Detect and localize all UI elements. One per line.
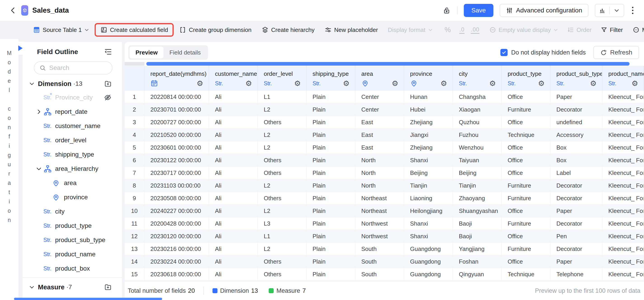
search-box[interactable] xyxy=(34,61,112,74)
refresh-button[interactable]: Refresh xyxy=(594,46,639,59)
column-header-customer-name: customer_nameStr.⚙ xyxy=(209,66,258,91)
table-cell: Guangdong xyxy=(404,255,453,268)
add-folder-icon[interactable] xyxy=(104,283,112,291)
table-cell: Zhaoyang xyxy=(453,192,502,204)
gear-icon[interactable]: ⚙ xyxy=(631,80,638,87)
field-item-product_type[interactable]: Str.product_type xyxy=(22,219,122,233)
gear-icon[interactable]: ⚙ xyxy=(245,80,252,87)
row-number-header xyxy=(125,66,144,91)
gear-icon[interactable]: ⚙ xyxy=(489,80,496,87)
empty-value-display-dropdown[interactable]: Empty value display xyxy=(489,27,558,34)
page-horizontal-scrollbar-thumb[interactable] xyxy=(14,298,162,300)
tab-field-details[interactable]: Field details xyxy=(164,47,206,58)
table-cell: Changsha xyxy=(453,91,502,103)
field-item-order_level[interactable]: Str.order_level xyxy=(22,133,122,147)
hide-hidden-fields-checkbox[interactable]: Do not display hidden fields xyxy=(500,49,586,56)
gear-icon[interactable]: ⚙ xyxy=(590,80,596,87)
field-item-shipping_type[interactable]: Str.shipping_type xyxy=(22,147,122,162)
expand-panel-button[interactable] xyxy=(14,42,26,55)
table-cell: Northeast xyxy=(356,192,404,204)
gear-icon[interactable]: ⚙ xyxy=(392,80,398,87)
field-item-product_sub_type[interactable]: Str.product_sub_type xyxy=(22,233,122,247)
measure-count: ·7 xyxy=(66,283,72,291)
table-cell: Kleencut_ For xyxy=(602,179,644,192)
chevron-down-icon[interactable] xyxy=(29,81,35,87)
column-header-area: area⚙ xyxy=(356,66,404,91)
source-table-selector[interactable]: Source Table 1 xyxy=(33,26,89,34)
table-cell: Box xyxy=(550,141,602,154)
table-cell: Others xyxy=(258,268,307,280)
column-header-product-sub-type: product_sub_typeStr.⚙ xyxy=(550,66,602,91)
chevron-down-icon[interactable] xyxy=(610,4,624,17)
more-button[interactable]: More xyxy=(633,27,644,34)
order-button[interactable]: Order xyxy=(567,27,592,34)
gear-icon[interactable]: ⚙ xyxy=(440,80,447,87)
top-bar: Sales_data Save Advanced configuration xyxy=(0,0,644,21)
column-header-product-name: product_nameStr.⚙ xyxy=(602,66,644,91)
scrollbar-thumb[interactable] xyxy=(146,62,630,66)
back-icon[interactable] xyxy=(8,6,18,15)
table-cell: Plain xyxy=(307,141,356,154)
table-cell: 20220814 00:00:00 xyxy=(144,91,209,103)
more-menu-icon[interactable] xyxy=(628,7,637,14)
field-item-report_date[interactable]: report_date xyxy=(22,104,122,119)
field-item-product_box[interactable]: Str.product_box xyxy=(22,261,122,275)
increase-decimal-button[interactable]: .00 xyxy=(471,26,480,34)
lock-icon[interactable] xyxy=(442,6,451,15)
gear-icon[interactable]: ⚙ xyxy=(294,80,301,87)
new-placeholder-button[interactable]: New placeholder xyxy=(324,26,378,34)
add-folder-icon[interactable] xyxy=(104,80,112,88)
search-input[interactable] xyxy=(49,64,122,71)
field-item-area_hierarchy[interactable]: area_Hierarchy xyxy=(22,162,122,176)
table-cell: Furniture xyxy=(502,192,550,204)
table-cell: Furniture xyxy=(502,179,550,192)
field-item-area[interactable]: area xyxy=(22,176,122,190)
calculated-field-icon xyxy=(100,26,108,34)
geo-field-icon xyxy=(52,179,62,187)
field-label: product_name xyxy=(55,251,96,258)
create-hierarchy-button[interactable]: Create hierarchy xyxy=(262,26,314,34)
dimension-section-header[interactable]: Dimension ·13 xyxy=(22,77,122,90)
chevron-down-icon xyxy=(428,27,433,32)
table-cell: Center xyxy=(356,91,404,103)
table-cell: 20240227 00:00:00 xyxy=(144,205,209,217)
chevron-right-icon[interactable] xyxy=(36,109,43,115)
filter-button[interactable]: Filter xyxy=(601,27,623,34)
gear-icon[interactable]: ⚙ xyxy=(343,80,350,87)
field-item-city[interactable]: Str.city xyxy=(22,204,122,219)
checkbox[interactable] xyxy=(500,49,508,56)
footer-dimension-count: 13 xyxy=(251,287,258,294)
table-row: 1120200428 00:00:00AliL3PlainNorthwestSh… xyxy=(125,217,644,230)
measure-section-header[interactable]: Measure ·7 xyxy=(22,280,122,294)
table-cell: Ali xyxy=(209,192,258,204)
table-cell: L2 xyxy=(258,129,307,141)
field-item-province[interactable]: province xyxy=(22,190,122,204)
collapse-panel-icon[interactable] xyxy=(104,48,112,56)
create-group-dimension-button[interactable]: Create group dimension xyxy=(179,26,252,34)
field-item-customer_name[interactable]: Str.customer_name xyxy=(22,119,122,133)
table-cell: Plain xyxy=(307,103,356,116)
display-format-dropdown[interactable]: Display format xyxy=(388,27,433,34)
field-outline-panel: Field Outline Dimension ·13 Str.＊Provinc… xyxy=(22,42,122,300)
hierarchy-field-icon xyxy=(43,165,54,173)
table-row: 220230701 00:00:00AliL2PlainCenterHubeiX… xyxy=(125,103,644,116)
bar-chart-icon[interactable] xyxy=(595,4,609,17)
create-calculated-field-button[interactable]: Create calculated field xyxy=(94,23,174,37)
chevron-down-icon[interactable] xyxy=(36,166,43,172)
table-cell: Fuzhou xyxy=(453,129,502,141)
field-item-product_name[interactable]: Str.product_name xyxy=(22,247,122,261)
row-number: 10 xyxy=(125,205,144,217)
gear-icon[interactable]: ⚙ xyxy=(538,80,545,87)
chevron-down-icon[interactable] xyxy=(29,284,35,290)
table-cell: South xyxy=(356,243,404,255)
percent-format-button[interactable]: % xyxy=(444,26,451,34)
decrease-decimal-button[interactable]: .0 xyxy=(459,26,464,34)
tab-preview[interactable]: Preview xyxy=(130,47,164,58)
field-label: city xyxy=(55,208,64,215)
advanced-configuration-button[interactable]: Advanced configuration xyxy=(500,4,588,17)
field-item-province_city[interactable]: Str.＊Province_city xyxy=(22,90,122,104)
gear-icon[interactable]: ⚙ xyxy=(196,80,203,87)
eye-off-icon[interactable] xyxy=(104,93,112,102)
save-button[interactable]: Save xyxy=(464,4,494,17)
visualize-split-button[interactable] xyxy=(595,4,624,17)
